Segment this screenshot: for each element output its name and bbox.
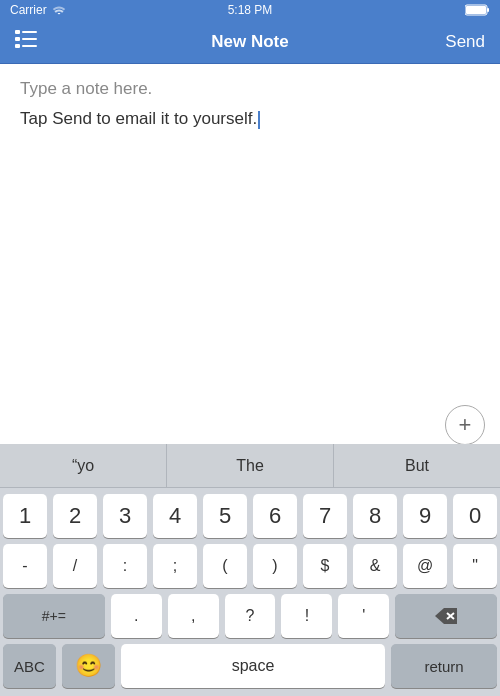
nav-title: New Note: [211, 32, 288, 52]
svg-rect-3: [15, 30, 20, 34]
back-button[interactable]: [15, 30, 37, 53]
backspace-icon: [435, 608, 457, 624]
key-quote[interactable]: ": [453, 544, 497, 588]
key-2[interactable]: 2: [53, 494, 97, 538]
key-0[interactable]: 0: [453, 494, 497, 538]
text-cursor: [258, 111, 260, 129]
key-comma[interactable]: ,: [168, 594, 219, 638]
bottom-row: ABC 😊 space return: [0, 638, 500, 696]
space-key[interactable]: space: [121, 644, 385, 688]
symbol-row: - / : ; ( ) $ & @ ": [0, 538, 500, 588]
nav-bar: New Note Send: [0, 20, 500, 64]
keyboard: “yo The But 1 2 3 4 5 6 7 8 9 0 - / : ; …: [0, 444, 500, 696]
return-key[interactable]: return: [391, 644, 497, 688]
key-7[interactable]: 7: [303, 494, 347, 538]
key-9[interactable]: 9: [403, 494, 447, 538]
note-content[interactable]: Tap Send to email it to yourself.: [20, 107, 480, 131]
wifi-icon: [51, 4, 67, 16]
svg-rect-1: [466, 6, 486, 14]
key-question[interactable]: ?: [225, 594, 276, 638]
key-apostrophe[interactable]: ': [338, 594, 389, 638]
svg-rect-7: [22, 38, 37, 40]
number-row: 1 2 3 4 5 6 7 8 9 0: [0, 488, 500, 538]
plus-button[interactable]: +: [445, 405, 485, 445]
key-openparen[interactable]: (: [203, 544, 247, 588]
key-at[interactable]: @: [403, 544, 447, 588]
key-6[interactable]: 6: [253, 494, 297, 538]
note-area[interactable]: Type a note here. Tap Send to email it t…: [0, 64, 500, 444]
emoji-key[interactable]: 😊: [62, 644, 115, 688]
carrier-label: Carrier: [10, 3, 47, 17]
key-3[interactable]: 3: [103, 494, 147, 538]
key-colon[interactable]: :: [103, 544, 147, 588]
punct-row: #+= . , ? ! ': [0, 588, 500, 638]
plus-icon: +: [459, 412, 472, 438]
key-period[interactable]: .: [111, 594, 162, 638]
autocomplete-bar: “yo The But: [0, 444, 500, 488]
key-4[interactable]: 4: [153, 494, 197, 538]
emoji-icon: 😊: [75, 653, 102, 679]
note-wrapper: Type a note here. Tap Send to email it t…: [0, 64, 500, 460]
backspace-key[interactable]: [395, 594, 497, 638]
key-1[interactable]: 1: [3, 494, 47, 538]
autocomplete-item-2[interactable]: But: [334, 444, 500, 487]
status-right: [465, 4, 490, 16]
key-ampersand[interactable]: &: [353, 544, 397, 588]
note-text: Tap Send to email it to yourself.: [20, 109, 257, 128]
key-dash[interactable]: -: [3, 544, 47, 588]
battery-icon: [465, 4, 490, 16]
svg-rect-2: [487, 8, 489, 12]
svg-rect-4: [15, 37, 20, 41]
key-semicolon[interactable]: ;: [153, 544, 197, 588]
note-hint: Type a note here.: [20, 79, 480, 99]
svg-rect-5: [15, 44, 20, 48]
autocomplete-item-1[interactable]: The: [167, 444, 334, 487]
svg-rect-6: [22, 31, 37, 33]
key-hashplus[interactable]: #+=: [3, 594, 105, 638]
abc-key[interactable]: ABC: [3, 644, 56, 688]
autocomplete-item-0[interactable]: “yo: [0, 444, 167, 487]
key-closeparen[interactable]: ): [253, 544, 297, 588]
key-8[interactable]: 8: [353, 494, 397, 538]
key-5[interactable]: 5: [203, 494, 247, 538]
send-button[interactable]: Send: [445, 32, 485, 52]
status-time: 5:18 PM: [228, 3, 273, 17]
key-slash[interactable]: /: [53, 544, 97, 588]
key-dollar[interactable]: $: [303, 544, 347, 588]
status-left: Carrier: [10, 3, 67, 17]
svg-rect-8: [22, 45, 37, 47]
key-exclaim[interactable]: !: [281, 594, 332, 638]
status-bar: Carrier 5:18 PM: [0, 0, 500, 20]
